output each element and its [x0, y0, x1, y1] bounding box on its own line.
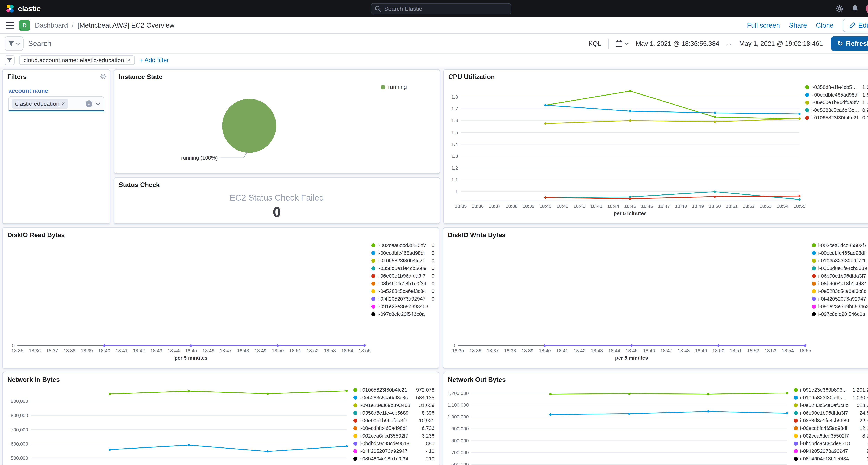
legend-item[interactable]: i-08b4604c18b1c0f34210 [353, 455, 435, 463]
legend-item[interactable]: i-0358d8e1fe4cb56891.615 [805, 83, 868, 91]
panel-options-icon[interactable] [100, 73, 106, 80]
pie-slice-running[interactable] [222, 99, 276, 153]
legend-item[interactable]: i-0e5283c5ca6ef3c8c584,135 [353, 394, 435, 401]
date-range-start[interactable]: May 1, 2021 @ 18:36:55.384 [636, 40, 719, 48]
legend-item[interactable]: i-0f4f2052073a92947208 [794, 447, 868, 455]
legend-item[interactable]: i-0e5283c5ca6ef3c8c0 [371, 287, 434, 295]
remove-option-icon[interactable]: × [62, 100, 65, 107]
legend-series-value: 0 [432, 243, 434, 248]
svg-text:0: 0 [12, 343, 14, 348]
legend-color-dot [794, 426, 798, 430]
legend-series-name: i-08b4604c18b1c0f34 [378, 281, 429, 286]
legend-item[interactable]: i-002cea6dcd35502f70 [812, 242, 868, 249]
legend-item[interactable]: i-06e00e1b96dfda3f71.617 [805, 99, 868, 106]
svg-text:18:41: 18:41 [556, 348, 568, 353]
clone-link[interactable]: Clone [816, 22, 834, 29]
date-quick-select-button[interactable] [613, 40, 631, 47]
global-search[interactable] [371, 3, 512, 14]
legend-series-name: i-01065823f30b4fc21 [811, 115, 860, 121]
legend-series-value: 8,396 [422, 410, 434, 416]
legend-item[interactable]: i-002cea6dcd35502f78,779 [794, 432, 868, 440]
query-input[interactable] [28, 39, 582, 48]
query-language-selector[interactable]: KQL [586, 40, 603, 48]
legend-item[interactable]: i-00ecdbfc465ad98df1.656 [805, 91, 868, 99]
legend-series-name: i-002cea6dcd35502f7 [360, 433, 419, 439]
bell-icon[interactable] [851, 4, 859, 13]
edit-button[interactable]: Edit [843, 19, 868, 32]
legend-item[interactable]: i-08b4604c18b1c0f340 [371, 280, 434, 287]
legend-series-name: i-0f4f2052073a92947 [818, 296, 868, 302]
refresh-button[interactable]: ↻ Refresh [831, 36, 868, 51]
remove-filter-icon[interactable]: × [127, 57, 130, 64]
date-range-end[interactable]: May 1, 2021 @ 19:02:18.461 [739, 40, 823, 48]
breadcrumb-dashboard[interactable]: Dashboard [35, 22, 68, 29]
legend-item[interactable]: i-01065823f30b4fc...1,030,384 [794, 394, 868, 401]
legend-item[interactable]: i-002cea6dcd35502f70 [371, 242, 434, 249]
legend-series-value: 0.934 [862, 107, 868, 113]
user-avatar[interactable]: m [866, 3, 868, 14]
legend-item[interactable]: i-0e5283c5ca6ef3c8c0.934 [805, 106, 868, 114]
legend-series-value: 588 [867, 441, 868, 446]
legend-item[interactable]: i-0358d8e1fe4cb56890 [812, 265, 868, 272]
svg-text:18:48: 18:48 [678, 348, 690, 353]
legend-item[interactable]: i-00ecdbfc465ad98df6,736 [353, 424, 435, 432]
clear-selection-icon[interactable]: × [86, 100, 92, 107]
full-screen-link[interactable]: Full screen [747, 22, 780, 29]
legend-item[interactable]: i-00ecdbfc465ad98df12,176 [794, 424, 868, 432]
legend-item[interactable]: i-091e23e369b893463 [371, 303, 434, 310]
account-name-combobox[interactable]: elastic-education × × [8, 96, 104, 112]
legend-item[interactable]: i-0358d8e1fe4cb568922,498 [794, 417, 868, 424]
legend-item[interactable]: i-08b4604c18b1c0f340 [812, 280, 868, 287]
legend-item[interactable]: i-097c8cfe20f546c0a [371, 310, 434, 318]
legend-color-dot [794, 457, 798, 461]
legend-color-dot [812, 312, 816, 316]
gear-icon[interactable] [835, 4, 844, 13]
legend-item[interactable]: i-01065823f30b4fc21972,078 [353, 386, 435, 394]
legend-item[interactable]: i-06e00e1b96dfda3f710,921 [353, 417, 435, 424]
elastic-logo[interactable]: elastic [5, 4, 41, 13]
legend-item[interactable]: i-0f4f2052073a929470 [371, 295, 434, 303]
legend-item[interactable]: i-0f4f2052073a929470 [812, 295, 868, 303]
filter-pill[interactable]: cloud.account.name: elastic-education × [19, 55, 135, 65]
legend-series-value: 6,736 [422, 426, 434, 431]
legend-series-name: i-091e23e369b893463 [818, 304, 868, 309]
legend-color-dot [371, 282, 375, 286]
share-link[interactable]: Share [789, 22, 807, 29]
filter-options-icon[interactable] [4, 55, 14, 65]
legend-item[interactable]: i-06e00e1b96dfda3f70 [371, 272, 434, 280]
legend-item[interactable]: i-06e00e1b96dfda3f70 [812, 272, 868, 280]
chevron-down-icon[interactable] [95, 102, 101, 106]
legend-item[interactable]: running [381, 84, 407, 90]
legend-item[interactable]: i-0358d8e1fe4cb56890 [371, 265, 434, 272]
legend-item[interactable]: i-00ecdbfc465ad98df0 [812, 249, 868, 257]
svg-text:18:47: 18:47 [658, 204, 670, 209]
legend-item[interactable]: i-01065823f30b4fc210 [371, 257, 434, 265]
space-badge[interactable]: D [19, 20, 30, 31]
legend-item[interactable]: i-00ecdbfc465ad98df0 [371, 249, 434, 257]
legend-item[interactable]: i-06e00e1b96dfda3f724,685 [794, 409, 868, 417]
legend-color-dot [794, 434, 798, 438]
global-header: elastic m [0, 0, 868, 18]
add-filter-button[interactable]: + Add filter [140, 57, 169, 64]
svg-text:18:37: 18:37 [46, 348, 58, 353]
legend-item[interactable]: i-0f4f2052073a92947410 [353, 447, 435, 455]
legend-item[interactable]: i-091e23e369b89346331,659 [353, 401, 435, 409]
legend-item[interactable]: i-091e23e369b893...1,201,252 [794, 386, 868, 394]
svg-text:18:55: 18:55 [794, 204, 805, 209]
legend-item[interactable]: i-01065823f30b4fc210 [812, 257, 868, 265]
menu-icon[interactable] [5, 22, 14, 29]
global-search-input[interactable] [384, 5, 507, 12]
legend-item[interactable]: i-097c8cfe20f546c0a [812, 310, 868, 318]
selected-option-pill[interactable]: elastic-education × [12, 99, 68, 108]
legend-item[interactable]: i-0bdbdc9c88cde9518880 [353, 440, 435, 447]
legend-item[interactable]: i-0e5283c5ca6ef3c8c518,768 [794, 401, 868, 409]
legend-item[interactable]: i-002cea6dcd35502f73,236 [353, 432, 435, 440]
legend-item[interactable]: i-0bdbdc9c88cde9518588 [794, 440, 868, 447]
legend-item[interactable]: i-08b4604c18b1c0f34196 [794, 455, 868, 463]
legend-item[interactable]: i-0e5283c5ca6ef3c8c0 [812, 287, 868, 295]
legend-item[interactable]: i-0358d8e1fe4cb56898,396 [353, 409, 435, 417]
legend-item[interactable]: i-01065823f30b4fc210.963 [805, 114, 868, 122]
saved-query-menu-button[interactable] [4, 36, 24, 51]
filter-icon [8, 40, 14, 47]
legend-item[interactable]: i-091e23e369b893463 [812, 303, 868, 310]
